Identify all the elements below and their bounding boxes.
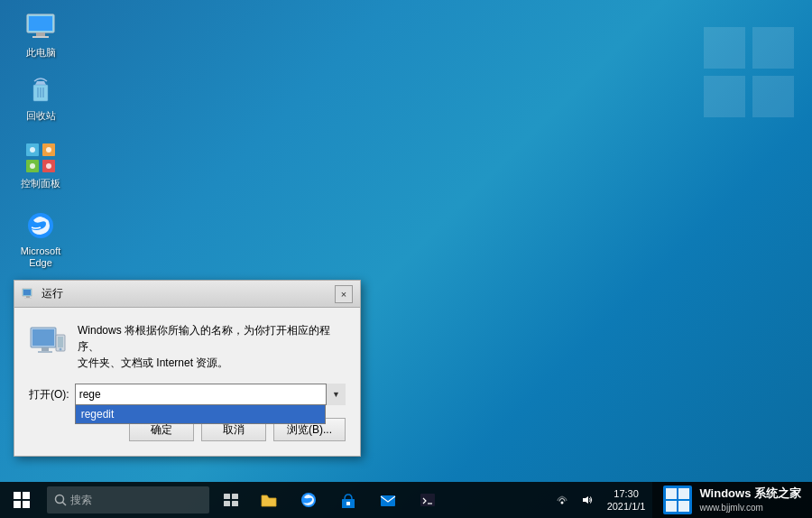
svg-rect-7 bbox=[32, 36, 49, 38]
run-close-button[interactable]: × bbox=[335, 285, 353, 303]
svg-rect-6 bbox=[36, 32, 45, 36]
cmd-icon bbox=[419, 491, 437, 509]
taskview-button[interactable] bbox=[213, 482, 249, 518]
desktop-icon-controlpanel[interactable]: 控制面板 bbox=[9, 140, 72, 190]
svg-point-16 bbox=[46, 163, 51, 169]
svg-rect-27 bbox=[58, 337, 63, 347]
svg-rect-32 bbox=[23, 501, 30, 508]
svg-rect-2 bbox=[704, 76, 745, 117]
svg-rect-42 bbox=[381, 495, 395, 506]
desktop-icon-edge[interactable]: Microsoft Edge bbox=[9, 208, 72, 269]
run-description: Windows 将根据你所输入的名称，为你打开相应的程序、 文件夹、文档或 In… bbox=[78, 322, 346, 371]
svg-rect-38 bbox=[232, 501, 238, 506]
badge-text: Windows 系统之家 www.bjjmlv.com bbox=[699, 486, 801, 513]
taskbar-app-cmd[interactable] bbox=[408, 482, 448, 518]
badge-text-line1: Windows 系统之家 bbox=[699, 486, 801, 502]
taskbar-right: 17:30 2021/1/1 Windows 系统之家 www.bjjml bbox=[549, 482, 812, 518]
run-input-label: 打开(O): bbox=[29, 387, 69, 402]
svg-rect-35 bbox=[224, 494, 230, 499]
run-icon-area bbox=[29, 322, 67, 360]
taskbar-app-explorer[interactable] bbox=[249, 482, 289, 518]
desktop: 此电脑 回收站 控制面板 bbox=[0, 0, 812, 518]
recycle-icon bbox=[23, 72, 59, 108]
autocomplete-item[interactable]: regedit bbox=[76, 405, 325, 423]
taskbar-time: 17:30 bbox=[607, 487, 646, 500]
taskbar-date: 2021/1/1 bbox=[607, 500, 646, 513]
svg-rect-41 bbox=[346, 502, 350, 505]
svg-rect-0 bbox=[704, 27, 745, 69]
svg-rect-25 bbox=[38, 351, 52, 353]
svg-rect-20 bbox=[26, 296, 30, 298]
desktop-icon-thispc[interactable]: 此电脑 bbox=[9, 9, 72, 59]
svg-point-45 bbox=[560, 502, 563, 504]
mail-icon bbox=[379, 491, 397, 509]
svg-rect-36 bbox=[232, 494, 238, 499]
svg-rect-19 bbox=[23, 290, 31, 295]
svg-rect-21 bbox=[24, 298, 32, 299]
taskbar-app-store[interactable] bbox=[328, 482, 368, 518]
windows-home-badge: Windows 系统之家 www.bjjmlv.com bbox=[652, 482, 812, 518]
badge-text-line2: www.bjjmlv.com bbox=[699, 502, 801, 513]
svg-rect-31 bbox=[14, 501, 21, 508]
run-titlebar[interactable]: 运行 × bbox=[14, 281, 360, 308]
edge-label: Microsoft Edge bbox=[9, 245, 72, 269]
taskbar: 搜索 bbox=[0, 482, 812, 518]
tray-network[interactable] bbox=[549, 482, 575, 518]
run-dialog: 运行 × Windows 将根据你所输入的名称，为你打开相应的程序、 文件夹 bbox=[14, 280, 361, 457]
run-dropdown-arrow[interactable]: ▼ bbox=[326, 384, 346, 405]
svg-point-28 bbox=[60, 348, 62, 351]
taskview-icon bbox=[224, 494, 238, 506]
controlpanel-icon bbox=[23, 140, 59, 176]
svg-rect-43 bbox=[420, 494, 435, 506]
start-button[interactable] bbox=[0, 482, 43, 518]
badge-logo bbox=[663, 486, 692, 514]
svg-point-15 bbox=[30, 163, 35, 169]
edge-icon bbox=[23, 208, 59, 244]
taskbar-clock[interactable]: 17:30 2021/1/1 bbox=[600, 487, 653, 513]
svg-rect-3 bbox=[752, 76, 794, 117]
desktop-icon-recycle[interactable]: 回收站 bbox=[9, 72, 72, 122]
svg-rect-1 bbox=[752, 27, 794, 69]
svg-rect-24 bbox=[42, 347, 49, 351]
svg-rect-23 bbox=[32, 329, 54, 346]
run-input-wrapper: ▼ regedit bbox=[75, 384, 346, 405]
svg-rect-49 bbox=[666, 501, 677, 512]
explorer-icon bbox=[260, 491, 278, 509]
svg-rect-48 bbox=[678, 488, 689, 499]
network-icon bbox=[556, 495, 568, 505]
search-box[interactable]: 搜索 bbox=[47, 486, 209, 513]
svg-point-14 bbox=[46, 147, 51, 153]
taskbar-app-mail[interactable] bbox=[368, 482, 408, 518]
tray-volume[interactable] bbox=[575, 482, 600, 518]
run-input[interactable] bbox=[75, 384, 346, 405]
svg-line-34 bbox=[63, 503, 67, 506]
run-autocomplete: regedit bbox=[75, 405, 326, 424]
run-title-icon bbox=[22, 287, 36, 301]
run-top: Windows 将根据你所输入的名称，为你打开相应的程序、 文件夹、文档或 In… bbox=[29, 322, 346, 371]
svg-rect-30 bbox=[23, 492, 30, 499]
volume-icon bbox=[581, 494, 594, 506]
run-input-row: 打开(O): ▼ regedit bbox=[29, 384, 346, 405]
thispc-icon bbox=[23, 9, 59, 45]
run-body: Windows 将根据你所输入的名称，为你打开相应的程序、 文件夹、文档或 In… bbox=[14, 308, 360, 456]
thispc-label: 此电脑 bbox=[9, 47, 72, 59]
svg-rect-5 bbox=[29, 16, 52, 31]
win-flag-watermark bbox=[704, 27, 794, 121]
svg-rect-50 bbox=[678, 501, 689, 512]
taskbar-tray bbox=[549, 482, 600, 518]
svg-point-13 bbox=[30, 147, 35, 153]
store-icon bbox=[339, 491, 357, 509]
run-title-text: 运行 bbox=[42, 286, 335, 301]
search-placeholder: 搜索 bbox=[70, 493, 92, 508]
svg-rect-47 bbox=[666, 488, 677, 499]
recycle-label: 回收站 bbox=[9, 110, 72, 122]
search-icon bbox=[54, 494, 67, 506]
taskbar-app-edge[interactable] bbox=[289, 482, 328, 518]
controlpanel-label: 控制面板 bbox=[9, 178, 72, 190]
svg-point-33 bbox=[56, 495, 64, 504]
svg-rect-29 bbox=[14, 492, 21, 499]
svg-rect-37 bbox=[224, 501, 230, 506]
edge-taskbar-icon bbox=[300, 491, 318, 509]
